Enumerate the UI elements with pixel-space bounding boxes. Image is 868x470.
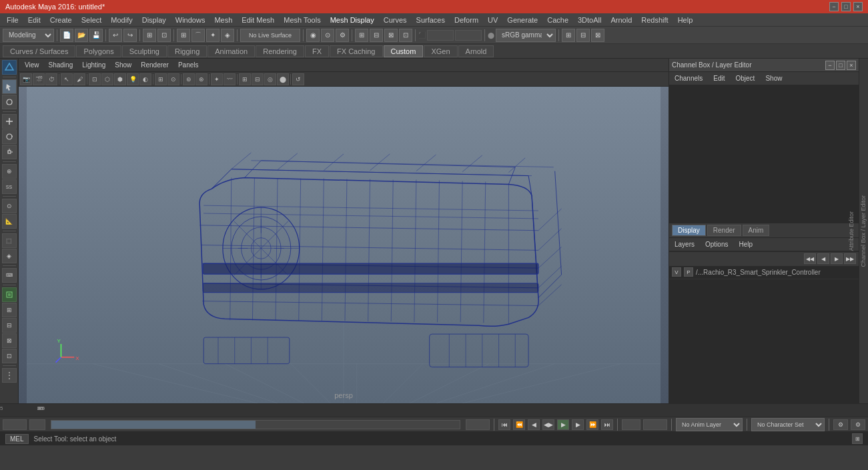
workflow-tab-fx[interactable]: FX: [305, 45, 329, 57]
display-tab-render[interactable]: Render: [707, 225, 741, 236]
undo-btn[interactable]: ↩: [109, 29, 122, 42]
shelf-btn2[interactable]: ⊞: [2, 303, 17, 317]
vp-textured-btn[interactable]: ⬢: [114, 73, 126, 85]
timeline-ruler[interactable]: 5 10 15 20 25 30 35 40 45 50: [0, 404, 868, 417]
translate-x-field[interactable]: 0.00: [427, 30, 454, 41]
vp-dof-btn[interactable]: ◎: [264, 73, 276, 85]
fx-btn2[interactable]: ⊟: [370, 29, 383, 42]
menu-redshift[interactable]: Redshift: [637, 15, 672, 25]
move-tool-btn[interactable]: [2, 114, 17, 129]
fx-btn4[interactable]: ⊡: [399, 29, 412, 42]
workflow-tab-custom[interactable]: Custom: [384, 45, 424, 57]
range-start-field[interactable]: 1: [622, 419, 640, 430]
soft-select-btn[interactable]: SS: [2, 179, 17, 194]
status-btn1[interactable]: ⊞: [852, 433, 863, 444]
side-label-channel-box[interactable]: Channel Box / Layer Editor: [859, 193, 868, 270]
menu-curves[interactable]: Curves: [380, 15, 411, 25]
menu-arnold[interactable]: Arnold: [606, 15, 636, 25]
ui-elements-btn2[interactable]: ⊟: [576, 29, 590, 42]
layer-row-default[interactable]: V P /...Rachio_R3_Smart_Sprinkler_Contro…: [669, 266, 859, 279]
viewport-menu-panels[interactable]: Panels: [175, 61, 202, 69]
workflow-tab-rendering[interactable]: Rendering: [256, 45, 304, 57]
no-live-surface-btn[interactable]: No Live Surface: [240, 29, 300, 42]
channel-box-float[interactable]: □: [836, 61, 845, 70]
layer-P-btn[interactable]: P: [684, 267, 693, 277]
menu-uv[interactable]: UV: [484, 15, 502, 25]
vp-anim-btn[interactable]: ⏱: [45, 73, 57, 85]
select-by-hierarchy-btn[interactable]: ⊞: [143, 29, 156, 42]
nav-next-btn[interactable]: ▶: [831, 253, 843, 264]
select-tool-btn[interactable]: [2, 79, 17, 94]
ui-elements-btn3[interactable]: ⊠: [591, 29, 604, 42]
menu-modify[interactable]: Modify: [107, 15, 136, 25]
save-btn[interactable]: 💾: [89, 29, 103, 42]
vp-grid-btn[interactable]: ⊞: [155, 73, 167, 85]
vp-refresh-btn[interactable]: ↺: [292, 73, 304, 85]
start-frame-display[interactable]: 1: [29, 419, 45, 430]
menu-3dtoall[interactable]: 3DtoAll: [574, 15, 605, 25]
channel-box-minimize[interactable]: −: [825, 61, 835, 70]
vp-wireframe-btn[interactable]: ⊡: [89, 73, 101, 85]
rotate-tool-btn[interactable]: [2, 129, 17, 144]
step-back-btn[interactable]: ⏪: [513, 419, 525, 430]
vp-xray-btn[interactable]: ✦: [211, 73, 223, 85]
vp-hair-btn[interactable]: 〰: [224, 73, 236, 85]
current-frame-field[interactable]: 1: [3, 419, 27, 430]
menu-mesh-tools[interactable]: Mesh Tools: [280, 15, 324, 25]
viewport-menu-show[interactable]: Show: [111, 61, 135, 69]
fx-btn3[interactable]: ⊠: [384, 29, 398, 42]
vp-display-layer-btn[interactable]: ⊚: [183, 73, 195, 85]
char-set-selector[interactable]: No Character Set: [751, 418, 825, 431]
workflow-tab-fx-caching[interactable]: FX Caching: [330, 45, 382, 57]
fx-btn1[interactable]: ⊞: [355, 29, 368, 42]
viewport-menu-lighting[interactable]: Lighting: [79, 61, 109, 69]
channel-box-close[interactable]: ×: [847, 61, 856, 70]
end-frame-field[interactable]: 120: [466, 419, 490, 430]
snap-view-btn[interactable]: ◈: [221, 29, 234, 42]
show-manip-btn[interactable]: ◈: [2, 249, 17, 263]
menu-edit[interactable]: Edit: [24, 15, 45, 25]
scale-tool-btn[interactable]: [2, 145, 17, 159]
side-label-attribute-editor[interactable]: Attribute Editor: [847, 209, 856, 254]
play-back-btn[interactable]: ◀▶: [542, 419, 554, 430]
viewport-menu-view[interactable]: View: [21, 61, 43, 69]
translate-y-field[interactable]: 1.00: [455, 30, 482, 41]
vp-heads-up-btn[interactable]: ⊙: [167, 73, 179, 85]
mode-selector[interactable]: Modeling Rigging Animation FX Rendering …: [3, 29, 54, 42]
channels-menu[interactable]: Channels: [672, 74, 705, 83]
shelf-btn3[interactable]: ⊟: [2, 318, 17, 333]
measure-btn[interactable]: 📐: [2, 214, 17, 229]
snap-together-btn[interactable]: ⊙: [2, 199, 17, 213]
menu-generate[interactable]: Generate: [503, 15, 542, 25]
vp-hq-render-btn[interactable]: ⬤: [277, 73, 289, 85]
workflow-tab-sculpting[interactable]: Sculpting: [122, 45, 167, 57]
input-line-btn[interactable]: ⌨: [2, 268, 17, 283]
select-by-component-btn[interactable]: ⊡: [157, 29, 171, 42]
render-region-btn[interactable]: ⬚: [2, 233, 17, 248]
more-tools-btn[interactable]: ⋮: [2, 368, 17, 383]
menu-surfaces[interactable]: Surfaces: [412, 15, 449, 25]
menu-create[interactable]: Create: [46, 15, 76, 25]
next-frame-btn[interactable]: ▶: [572, 419, 584, 430]
workflow-tab-polygons[interactable]: Polygons: [76, 45, 121, 57]
shelf-btn1[interactable]: [2, 287, 17, 302]
display-tab-display[interactable]: Display: [672, 225, 706, 236]
language-label[interactable]: MEL: [5, 434, 29, 444]
redo-btn[interactable]: ↪: [123, 29, 137, 42]
autokey-btn[interactable]: ⚙: [833, 419, 848, 430]
workflow-tab-curves-surfaces[interactable]: Curves / Surfaces: [3, 45, 75, 57]
vp-shaded-btn[interactable]: ⬡: [101, 73, 113, 85]
help-sub-tab[interactable]: Help: [736, 240, 755, 249]
open-btn[interactable]: 📂: [75, 29, 88, 42]
show-menu[interactable]: Show: [763, 74, 785, 83]
menu-cache[interactable]: Cache: [543, 15, 572, 25]
timeline-range-slider[interactable]: [51, 420, 460, 429]
render-settings-btn[interactable]: ⚙: [336, 29, 349, 42]
playback-options-btn[interactable]: ⚙: [851, 419, 865, 430]
object-menu[interactable]: Object: [733, 74, 758, 83]
vp-camera-btn[interactable]: 📷: [20, 73, 32, 85]
menu-deform[interactable]: Deform: [450, 15, 482, 25]
universal-manip-btn[interactable]: ⊕: [2, 164, 17, 179]
menu-mesh-display[interactable]: Mesh Display: [326, 15, 378, 25]
go-end-btn[interactable]: ⏭: [601, 419, 613, 430]
